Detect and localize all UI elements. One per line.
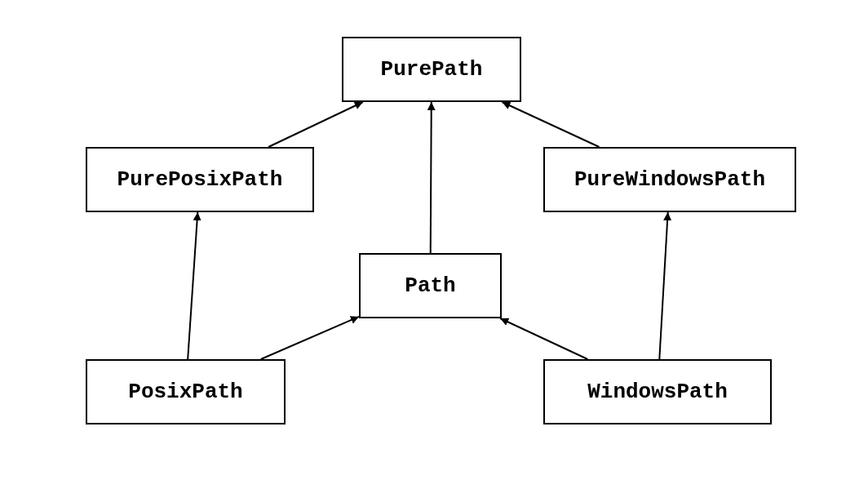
edge-path-to-purepath (431, 102, 432, 253)
node-label: PurePath (381, 57, 483, 82)
edge-posixpath-to-path (261, 317, 359, 359)
node-label: Path (405, 273, 455, 298)
node-label: WindowsPath (587, 380, 728, 404)
node-windowspath: WindowsPath (543, 359, 772, 424)
node-label: PurePosixPath (117, 167, 283, 192)
node-posixpath: PosixPath (86, 359, 286, 424)
edge-purewindowspath-to-purepath (503, 102, 600, 147)
node-label: PosixPath (128, 380, 242, 404)
node-label: PureWindowsPath (574, 167, 765, 192)
edge-pureposixpath-to-purepath (268, 102, 363, 147)
node-path: Path (359, 253, 502, 318)
node-purepath: PurePath (342, 37, 521, 102)
node-pureposixpath: PurePosixPath (86, 147, 314, 212)
edge-posixpath-to-pureposixpath (188, 212, 197, 359)
class-hierarchy-diagram: PurePath PurePosixPath PureWindowsPath P… (0, 0, 868, 480)
node-purewindowspath: PureWindowsPath (543, 147, 796, 212)
edge-windowspath-to-purewindowspath (659, 212, 667, 359)
edge-windowspath-to-path (500, 318, 587, 359)
